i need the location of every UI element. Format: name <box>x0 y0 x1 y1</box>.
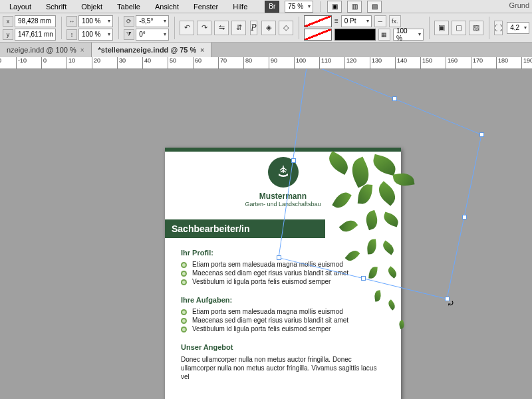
rotation-icon: ⟳ <box>124 16 134 27</box>
rotate-cw-icon[interactable]: ↷ <box>197 21 211 35</box>
bullet-icon <box>181 318 187 324</box>
stroke-color-swatch[interactable] <box>334 29 376 41</box>
y-pos-icon: y <box>3 29 13 40</box>
stroke-style-icon[interactable]: ─ <box>374 15 386 27</box>
bullet-text: Maecenas sed diam eget risus varius blan… <box>192 269 348 277</box>
selection-handle[interactable] <box>277 255 281 260</box>
menu-layout[interactable]: Layout <box>3 1 38 12</box>
select-container-icon[interactable]: ◈ <box>261 21 276 35</box>
job-title-bar: Sachbearbeiter/in <box>165 219 325 238</box>
ruler-tick: -20 <box>0 57 1 69</box>
list-item: Vestibulum id ligula porta felis euismod… <box>181 325 401 332</box>
document-tabbar: nzeige.indd @ 100 % × *stellenanzeige.in… <box>0 43 532 57</box>
menu-bar: Layout Schrift Objekt Tabelle Ansicht Fe… <box>0 0 532 13</box>
zoom-select[interactable]: 75 % <box>285 1 313 13</box>
selection-handle[interactable] <box>462 215 467 219</box>
ruler-tick: 80 <box>243 57 252 69</box>
view-mode-icon[interactable]: ▣ <box>327 1 342 13</box>
selection-handle[interactable] <box>392 96 397 101</box>
menu-tabelle[interactable]: Tabelle <box>110 1 147 12</box>
section-heading: Unser Angebot <box>181 343 401 351</box>
ruler-tick: 50 <box>168 57 176 69</box>
opacity-field[interactable]: 100 % <box>393 29 424 41</box>
paragraph-text: Donec ullamcorper nulla non metus auctor… <box>181 355 385 381</box>
ruler-tick: 100 <box>294 57 306 69</box>
ruler-tick: 170 <box>471 57 483 69</box>
ruler-tick: 60 <box>193 57 201 69</box>
fill-swatch[interactable] <box>304 15 332 27</box>
control-bar: x y ↔ 100 % ↕ 100 % ⟳ -8,5° ⧩ 0° ↶ ↷ ⇋ <box>0 13 532 43</box>
menu-objekt[interactable]: Objekt <box>74 1 109 12</box>
list-item: Maecenas sed diam eget risus varius blan… <box>181 317 401 324</box>
flip-v-icon[interactable]: ⇵ <box>231 21 246 35</box>
tab-label: nzeige.indd @ 100 % <box>7 46 76 54</box>
paragraph-icon[interactable]: P <box>250 21 257 35</box>
bullet-text: Vestibulum id ligula porta felis euismod… <box>192 278 331 285</box>
workspace-label[interactable]: Grund <box>509 1 529 9</box>
shear-icon: ⧩ <box>124 29 134 40</box>
stroke-swatch[interactable] <box>304 29 332 41</box>
ruler-tick: 140 <box>395 57 407 69</box>
document-tab[interactable]: nzeige.indd @ 100 % × <box>0 43 92 57</box>
extra-field[interactable]: 4,2 <box>507 22 529 34</box>
ruler-tick: 30 <box>117 57 126 69</box>
ruler-tick: 180 <box>496 57 508 69</box>
shear-field[interactable]: 0° <box>136 29 169 41</box>
close-icon[interactable]: × <box>200 47 204 54</box>
scale-y-icon: ↕ <box>66 29 77 40</box>
stroke-weight-field[interactable]: 0 Pt <box>341 15 372 27</box>
list-item: Etiam porta sem malesuada magna mollis e… <box>181 261 401 268</box>
menu-fenster[interactable]: Fenster <box>187 1 225 12</box>
bullet-text: Vestibulum id ligula porta felis euismod… <box>192 325 331 332</box>
horizontal-ruler[interactable]: -20-100102030405060708090100110120130140… <box>0 57 532 69</box>
frame-fitting-icon[interactable]: ⛶ <box>494 21 503 35</box>
text-wrap-object-icon[interactable]: ▨ <box>469 21 483 35</box>
list-item: Etiam porta sem malesuada magna mollis e… <box>181 308 401 315</box>
ruler-tick: 110 <box>319 57 331 69</box>
document-tab[interactable]: *stellenanzeige.indd @ 75 % × <box>92 43 212 57</box>
ruler-tick: 0 <box>41 57 47 69</box>
select-content-icon[interactable]: ◇ <box>279 21 293 35</box>
ruler-tick: 40 <box>142 57 151 69</box>
screen-mode-icon[interactable]: ▥ <box>347 1 362 13</box>
rotation-field[interactable]: -8,5° <box>136 15 169 27</box>
scale-x-field[interactable]: 100 % <box>78 15 113 27</box>
text-wrap-none-icon[interactable]: ▣ <box>434 21 449 35</box>
ruler-tick: 90 <box>269 57 277 69</box>
flip-h-icon[interactable]: ⇋ <box>214 21 229 35</box>
ruler-tick: 120 <box>344 57 356 69</box>
y-pos-field[interactable] <box>15 29 56 41</box>
arrange-icon[interactable]: ▤ <box>367 1 382 13</box>
menu-hilfe[interactable]: Hilfe <box>226 1 254 12</box>
stroke-weight-icon: ≡ <box>334 17 338 25</box>
bullet-text: Etiam porta sem malesuada magna mollis e… <box>192 308 343 315</box>
bullet-text: Etiam porta sem malesuada magna mollis e… <box>192 261 343 268</box>
menu-ansicht[interactable]: Ansicht <box>148 1 186 12</box>
document-canvas[interactable]: Mustermann Garten- und Landschaftsbau Sa… <box>0 69 532 399</box>
ruler-tick: 70 <box>218 57 227 69</box>
close-icon[interactable]: × <box>80 47 84 54</box>
selection-handle[interactable] <box>479 132 484 137</box>
scale-y-field[interactable]: 100 % <box>78 29 113 41</box>
tab-label: *stellenanzeige.indd @ 75 % <box>98 46 197 54</box>
bullet-icon <box>181 327 187 332</box>
ruler-tick: -10 <box>16 57 27 69</box>
bullet-icon <box>181 309 187 315</box>
x-pos-field[interactable] <box>15 15 56 27</box>
bullet-icon <box>181 262 187 268</box>
fx-button[interactable]: fx. <box>389 15 401 27</box>
rotate-cursor-icon: ⤾ <box>447 298 455 309</box>
ruler-tick: 130 <box>370 57 382 69</box>
bridge-button[interactable]: Br <box>265 1 279 13</box>
ruler-tick: 20 <box>92 57 100 69</box>
text-wrap-around-icon[interactable]: ▢ <box>452 21 466 35</box>
menu-schrift[interactable]: Schrift <box>39 1 73 12</box>
rotate-ccw-icon[interactable]: ↶ <box>180 21 194 35</box>
scale-x-icon: ↔ <box>66 16 77 27</box>
ruler-tick: 190 <box>521 57 532 69</box>
selection-handle[interactable] <box>291 158 296 163</box>
selection-handle[interactable] <box>361 276 366 281</box>
ruler-tick: 160 <box>446 57 458 69</box>
bullet-text: Maecenas sed diam eget risus varius blan… <box>192 317 348 324</box>
x-pos-icon: x <box>3 16 13 27</box>
